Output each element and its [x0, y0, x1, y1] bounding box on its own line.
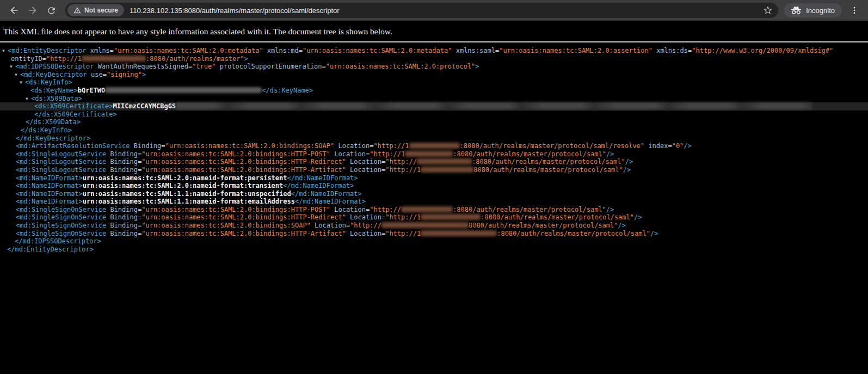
xml-token: </md:NameIDFormat>	[295, 198, 366, 205]
xml-line: </md:KeyDescriptor>	[0, 134, 868, 143]
xml-token: />	[634, 213, 642, 221]
xml-token: "urn:oasis:names:tc:SAML:2.0:bindings:HT…	[141, 150, 330, 158]
xml-line: ▼<md:IDPSSODescriptor WantAuthnRequestsS…	[0, 63, 868, 71]
xml-token: </ds:X509Data>	[26, 118, 81, 126]
xml-token: Location	[346, 166, 381, 174]
xml-token: xmlns:saml	[452, 47, 495, 54]
collapse-arrow-icon[interactable]: ▼	[26, 95, 31, 103]
xml-token: use	[87, 71, 103, 78]
xml-token: =	[161, 142, 165, 150]
collapse-arrow-icon[interactable]: ▼	[2, 47, 8, 56]
xml-token: <ds:KeyName>	[30, 87, 78, 94]
xml-line: ▼<ds:KeyInfo>	[0, 78, 868, 87]
warning-triangle-icon	[73, 7, 81, 14]
xml-token: 8080/auth/realms/master/protocol/saml"	[469, 222, 618, 229]
browser-toolbar: Not secure 110.238.102.135:8080/auth/rea…	[0, 0, 868, 21]
collapse-arrow-icon[interactable]: ▼	[15, 71, 20, 79]
xml-token: Binding	[106, 166, 138, 174]
collapse-arrow-icon[interactable]: ▼	[10, 63, 15, 71]
bookmark-star-button[interactable]	[761, 3, 775, 17]
xml-token: Binding	[106, 222, 138, 229]
xml-token: MIICmzCCAYMCBgGS	[113, 102, 176, 110]
xml-token: </md:NameIDFormat>	[283, 182, 354, 189]
security-label: Not secure	[84, 7, 118, 14]
xml-token: :8080/auth/realms/master"	[146, 55, 244, 63]
redacted-blur	[176, 102, 812, 109]
xml-line: <md:SingleLogoutService Binding="urn:oas…	[0, 150, 868, 158]
xml-token: Binding	[106, 158, 138, 165]
xml-token: >	[142, 71, 146, 78]
xml-token: "urn:oasis:names:tc:SAML:2.0:bindings:SO…	[141, 222, 311, 229]
xml-token: :8080/auth/realms/master/protocol/saml"	[453, 206, 606, 213]
xml-token: "urn:oasis:names:tc:SAML:2.0:metadata"	[114, 47, 263, 54]
xml-line: <md:SingleSignOnService Binding="urn:oas…	[0, 206, 868, 214]
xml-token: <md:ArtifactResolutionService	[16, 142, 130, 150]
xml-token: <md:NameIDFormat>	[16, 190, 83, 198]
xml-token: :8080/auth/realms/master/protocol/saml"	[497, 230, 650, 237]
xml-token: <ds:X509Certificate>	[34, 102, 113, 110]
incognito-label: Incognito	[806, 7, 835, 15]
xml-token: "urn:oasis:names:tc:SAML:2.0:protocol"	[326, 63, 476, 70]
xml-token: Binding	[130, 142, 162, 150]
xml-line: <md:SingleSignOnService Binding="urn:oas…	[0, 213, 868, 222]
xml-line: <md:NameIDFormat>urn:oasis:names:tc:SAML…	[0, 190, 868, 198]
xml-token: Location	[346, 158, 381, 165]
xml-token: urn:oasis:names:tc:SAML:1.1:nameid-forma…	[83, 198, 295, 205]
xml-token: :8080/auth/realms/master/protocol/saml/r…	[460, 142, 645, 150]
redacted-blur	[381, 222, 469, 228]
star-icon	[763, 5, 773, 15]
redacted-blur	[417, 158, 472, 164]
xml-tree: ▼<md:EntityDescriptor xmlns="urn:oasis:n…	[0, 42, 868, 253]
xml-token: =	[103, 71, 107, 78]
xml-token: urn:oasis:names:tc:SAML:2.0:nameid-forma…	[83, 182, 283, 189]
reload-button[interactable]	[42, 2, 60, 19]
security-chip[interactable]: Not secure	[67, 4, 124, 16]
xml-viewer-page: This XML file does not appear to have an…	[0, 21, 868, 374]
xml-token: "http://1	[385, 166, 421, 174]
xml-token: <md:SingleSignOnService	[16, 230, 106, 237]
xml-token: "urn:oasis:names:tc:SAML:2.0:assertion"	[499, 47, 652, 54]
redacted-blur	[82, 56, 146, 62]
xml-token: urn:oasis:names:tc:SAML:1.1:nameid-forma…	[83, 190, 291, 198]
xml-token: "http://1	[385, 230, 421, 237]
menu-button[interactable]	[846, 2, 863, 19]
xml-token: <md:IDPSSODescriptor	[15, 63, 94, 70]
xml-token: =	[322, 63, 326, 70]
xml-token: />	[684, 142, 691, 150]
xml-line: </md:EntityDescriptor>	[0, 246, 868, 254]
xml-token: <md:KeyDescriptor	[20, 71, 87, 78]
xml-token: "urn:oasis:names:tc:SAML:2.0:bindings:HT…	[141, 166, 346, 174]
xml-token: />	[606, 206, 614, 213]
xml-token: <md:NameIDFormat>	[16, 174, 83, 182]
xml-token: <md:SingleLogoutService	[16, 150, 106, 158]
xml-token: <md:NameIDFormat>	[16, 182, 83, 189]
xml-token: <md:SingleSignOnService	[16, 206, 106, 213]
xml-token: </ds:KeyName>	[262, 87, 313, 94]
redacted-blur	[105, 87, 262, 93]
xml-token: =	[42, 55, 46, 63]
xml-token: "http://1	[373, 142, 409, 150]
url-bar[interactable]: Not secure 110.238.102.135:8080/auth/rea…	[65, 3, 778, 18]
xml-line: <md:SingleLogoutService Binding="urn:oas…	[0, 158, 868, 166]
xml-token: "urn:oasis:names:tc:SAML:2.0:bindings:HT…	[141, 158, 346, 165]
xml-token: "true"	[192, 63, 216, 70]
xml-token: 8080/auth/realms/master/protocol/saml"	[473, 166, 623, 174]
xml-token: <ds:X509Data>	[31, 95, 82, 102]
incognito-badge: Incognito	[784, 3, 842, 17]
collapse-arrow-icon[interactable]: ▼	[20, 79, 25, 87]
xml-line: ▼<ds:X509Data>	[0, 95, 868, 103]
xml-token: "urn:oasis:names:tc:SAML:2.0:bindings:SO…	[165, 142, 335, 150]
xml-token: xmlns:md	[263, 47, 299, 54]
back-button[interactable]	[5, 2, 23, 19]
xml-token: />	[650, 230, 658, 237]
xml-token: :8080/auth/realms/master/protocol/saml"	[481, 213, 634, 221]
xml-line: <md:SingleSignOnService Binding="urn:oas…	[0, 230, 868, 238]
xml-token: "urn:oasis:names:tc:SAML:2.0:bindings:HT…	[141, 213, 346, 221]
xml-token: :8080/auth/realms/master/protocol/saml"	[472, 158, 625, 165]
xml-token: </md:NameIDFormat>	[287, 174, 358, 182]
xml-token: entityID	[11, 55, 42, 63]
xml-token: "http://1	[46, 55, 82, 63]
xml-token: urn:oasis:names:tc:SAML:2.0:nameid-forma…	[83, 174, 287, 182]
xml-line: <md:SingleSignOnService Binding="urn:oas…	[0, 222, 868, 230]
forward-button[interactable]	[24, 2, 41, 19]
